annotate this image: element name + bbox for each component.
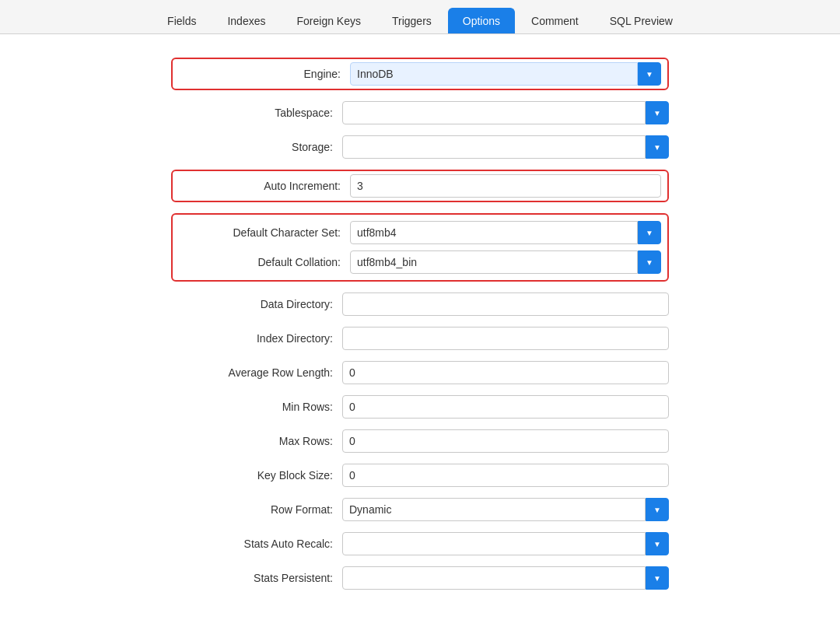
row-format-row: Row Format: xyxy=(171,498,669,521)
index-directory-label: Index Directory: xyxy=(171,332,342,345)
key-block-size-label: Key Block Size: xyxy=(171,469,342,482)
max-rows-label: Max Rows: xyxy=(171,435,342,447)
stats-persistent-dropdown-btn[interactable] xyxy=(646,566,669,590)
tab-comment[interactable]: Comment xyxy=(516,8,593,33)
tablespace-dropdown-btn[interactable] xyxy=(646,101,669,124)
engine-input[interactable] xyxy=(350,62,638,86)
tab-bar: Fields Indexes Foreign Keys Triggers Opt… xyxy=(0,0,840,34)
index-directory-input[interactable] xyxy=(342,327,669,350)
engine-highlighted-group: Engine: xyxy=(171,58,669,90)
charset-dropdown-btn[interactable] xyxy=(638,221,661,244)
storage-chevron-down-icon xyxy=(653,142,661,152)
row-format-select-wrap xyxy=(342,498,669,521)
data-directory-input[interactable] xyxy=(342,292,669,316)
tab-sql-preview[interactable]: SQL Preview xyxy=(595,8,688,33)
row-format-dropdown-btn[interactable] xyxy=(646,498,669,521)
stats-persistent-input[interactable] xyxy=(342,566,646,590)
tab-fields[interactable]: Fields xyxy=(152,8,211,33)
tablespace-input[interactable] xyxy=(342,101,646,124)
average-row-length-input[interactable] xyxy=(342,361,669,384)
engine-chevron-down-icon xyxy=(646,68,653,79)
options-content: Engine: Tablespace: Storage: xyxy=(109,34,731,624)
max-rows-row: Max Rows: xyxy=(171,429,669,453)
max-rows-input[interactable] xyxy=(342,429,669,453)
row-format-label: Row Format: xyxy=(171,503,342,516)
data-directory-label: Data Directory: xyxy=(171,298,342,310)
storage-dropdown-btn[interactable] xyxy=(646,135,669,159)
row-format-input[interactable] xyxy=(342,498,646,521)
engine-label: Engine: xyxy=(179,68,350,80)
auto-increment-highlighted: Auto Increment: xyxy=(171,170,669,202)
storage-input[interactable] xyxy=(342,135,646,159)
tab-foreign-keys[interactable]: Foreign Keys xyxy=(282,8,375,33)
stats-auto-recalc-input[interactable] xyxy=(342,532,646,555)
key-block-size-row: Key Block Size: xyxy=(171,464,669,487)
default-character-set-label: Default Character Set: xyxy=(179,226,350,239)
collation-chevron-down-icon xyxy=(646,257,653,268)
storage-row: Storage: xyxy=(171,135,669,159)
default-character-set-row: Default Character Set: xyxy=(179,221,661,244)
data-directory-row: Data Directory: xyxy=(171,292,669,316)
row-format-chevron-down-icon xyxy=(653,504,661,515)
auto-increment-row: Auto Increment: xyxy=(179,174,661,198)
auto-increment-label: Auto Increment: xyxy=(179,180,350,192)
tablespace-row: Tablespace: xyxy=(171,101,669,124)
charset-chevron-down-icon xyxy=(646,227,653,238)
tab-indexes[interactable]: Indexes xyxy=(212,8,280,33)
tablespace-label: Tablespace: xyxy=(171,107,342,119)
min-rows-label: Min Rows: xyxy=(171,401,342,413)
tab-options[interactable]: Options xyxy=(448,8,515,33)
stats-auto-recalc-dropdown-btn[interactable] xyxy=(646,532,669,555)
charset-collation-group: Default Character Set: Default Collation… xyxy=(171,213,669,282)
collation-dropdown-btn[interactable] xyxy=(638,250,661,274)
storage-select-wrap xyxy=(342,135,669,159)
stats-persistent-label: Stats Persistent: xyxy=(171,572,342,584)
collation-input[interactable] xyxy=(350,250,638,274)
engine-select-wrap xyxy=(350,62,661,86)
stats-auto-recalc-select-wrap xyxy=(342,532,669,555)
default-collation-label: Default Collation: xyxy=(179,256,350,268)
charset-select-wrap xyxy=(350,221,661,244)
index-directory-row: Index Directory: xyxy=(171,327,669,350)
charset-input[interactable] xyxy=(350,221,638,244)
stats-persistent-chevron-down-icon xyxy=(653,573,661,583)
stats-auto-recalc-chevron-down-icon xyxy=(653,538,661,549)
engine-row: Engine: xyxy=(179,62,661,86)
key-block-size-input[interactable] xyxy=(342,464,669,487)
stats-persistent-select-wrap xyxy=(342,566,669,590)
average-row-length-row: Average Row Length: xyxy=(171,361,669,384)
average-row-length-label: Average Row Length: xyxy=(171,366,342,379)
stats-persistent-row: Stats Persistent: xyxy=(171,566,669,590)
auto-increment-input[interactable] xyxy=(350,174,661,198)
min-rows-row: Min Rows: xyxy=(171,395,669,419)
tablespace-select-wrap xyxy=(342,101,669,124)
min-rows-input[interactable] xyxy=(342,395,669,419)
stats-auto-recalc-label: Stats Auto Recalc: xyxy=(171,538,342,550)
tablespace-chevron-down-icon xyxy=(653,107,661,118)
collation-select-wrap xyxy=(350,250,661,274)
default-collation-row: Default Collation: xyxy=(179,250,661,274)
tab-triggers[interactable]: Triggers xyxy=(377,8,446,33)
stats-auto-recalc-row: Stats Auto Recalc: xyxy=(171,532,669,555)
storage-label: Storage: xyxy=(171,141,342,153)
engine-dropdown-btn[interactable] xyxy=(638,62,661,86)
